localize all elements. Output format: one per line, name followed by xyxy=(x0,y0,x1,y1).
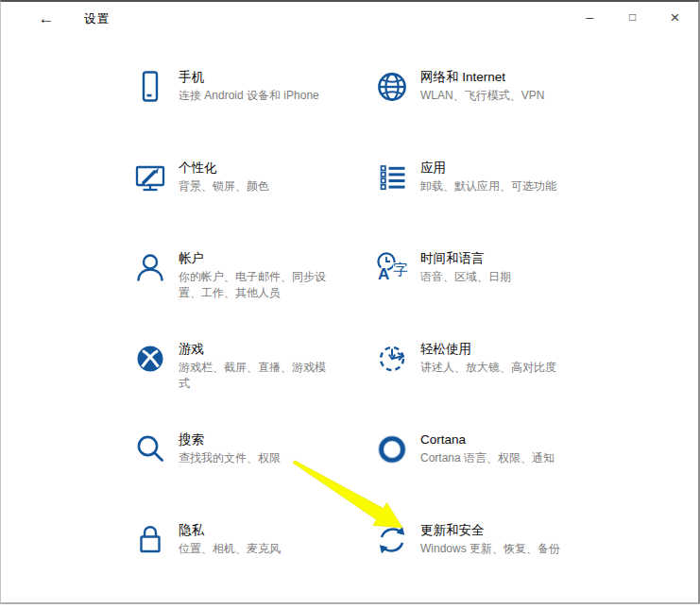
tile-title: 游戏 xyxy=(179,341,335,357)
tile-title: 帐户 xyxy=(179,250,335,266)
tile-update-security[interactable]: 更新和安全 Windows 更新、恢复、备份 xyxy=(373,515,628,604)
tile-privacy[interactable]: 隐私 位置、相机、麦克风 xyxy=(131,515,373,604)
tile-time-language[interactable]: A字 时间和语言 语音、区域、日期 xyxy=(373,244,628,334)
search-icon xyxy=(131,431,169,468)
tile-title: 隐私 xyxy=(179,522,281,538)
tile-subtitle: WLAN、飞行模式、VPN xyxy=(420,88,544,104)
tile-title: 应用 xyxy=(420,160,556,176)
tile-title: 个性化 xyxy=(179,160,269,176)
globe-icon xyxy=(373,68,411,106)
tile-title: 网络和 Internet xyxy=(420,69,544,85)
tile-title: 搜索 xyxy=(179,431,281,448)
tile-subtitle: Cortana 语言、权限、通知 xyxy=(420,450,555,466)
tile-search[interactable]: 搜索 查找我的文件、权限 xyxy=(131,425,373,515)
svg-text:A: A xyxy=(378,265,389,283)
svg-text:字: 字 xyxy=(393,262,408,278)
tile-subtitle: 查找我的文件、权限 xyxy=(179,450,281,466)
caption-buttons: – □ × xyxy=(569,2,696,33)
titlebar: ← 设置 – □ × xyxy=(1,2,698,36)
tile-phone[interactable]: 手机 连接 Android 设备和 iPhone xyxy=(131,62,373,153)
tile-subtitle: 你的帐户、电子邮件、同步设置、工作、其他人员 xyxy=(179,269,335,301)
tile-subtitle: 卸载、默认应用、可选功能 xyxy=(420,178,556,194)
window-title: 设置 xyxy=(84,11,110,27)
xbox-icon xyxy=(131,340,169,378)
tile-ease-of-access[interactable]: 轻松使用 讲述人、放大镜、高对比度 xyxy=(373,334,628,425)
lock-icon xyxy=(131,521,169,559)
tile-subtitle: 讲述人、放大镜、高对比度 xyxy=(420,360,556,376)
tile-cortana[interactable]: Cortana Cortana 语言、权限、通知 xyxy=(373,425,628,515)
tile-personalization[interactable]: 个性化 背景、锁屏、颜色 xyxy=(131,153,373,244)
settings-tile-grid: 手机 连接 Android 设备和 iPhone 网络和 Internet WL… xyxy=(131,62,628,604)
clock-language-icon: A字 xyxy=(373,249,411,287)
settings-window: ← 设置 – □ × 手机 连接 Android 设备和 iPhone 网络和 xyxy=(0,0,700,604)
tile-apps[interactable]: 应用 卸载、默认应用、可选功能 xyxy=(373,153,628,244)
tile-title: Cortana xyxy=(420,431,555,448)
personalization-icon xyxy=(131,159,169,196)
tile-title: 更新和安全 xyxy=(420,522,560,538)
tile-subtitle: 连接 Android 设备和 iPhone xyxy=(179,88,319,104)
tile-accounts[interactable]: 帐户 你的帐户、电子邮件、同步设置、工作、其他人员 xyxy=(131,244,373,334)
tile-subtitle: 背景、锁屏、颜色 xyxy=(179,178,269,194)
person-icon xyxy=(131,249,169,287)
tile-title: 时间和语言 xyxy=(420,250,511,266)
tile-subtitle: Windows 更新、恢复、备份 xyxy=(420,541,560,557)
apps-list-icon xyxy=(373,159,411,196)
sync-icon xyxy=(373,521,411,559)
tile-network[interactable]: 网络和 Internet WLAN、飞行模式、VPN xyxy=(373,62,628,153)
maximize-button[interactable]: □ xyxy=(611,2,654,33)
tile-title: 轻松使用 xyxy=(420,341,556,357)
tile-subtitle: 游戏栏、截屏、直播、游戏模式 xyxy=(179,360,335,392)
tile-subtitle: 位置、相机、麦克风 xyxy=(179,541,281,557)
tile-title: 手机 xyxy=(179,69,319,85)
tile-subtitle: 语音、区域、日期 xyxy=(420,269,511,285)
close-button[interactable]: × xyxy=(654,2,696,33)
back-button[interactable]: ← xyxy=(33,7,60,31)
phone-icon xyxy=(131,68,169,106)
cortana-ring-icon xyxy=(373,431,411,468)
minimize-button[interactable]: – xyxy=(569,2,611,33)
tile-gaming[interactable]: 游戏 游戏栏、截屏、直播、游戏模式 xyxy=(131,334,373,425)
ease-of-access-icon xyxy=(373,340,411,378)
